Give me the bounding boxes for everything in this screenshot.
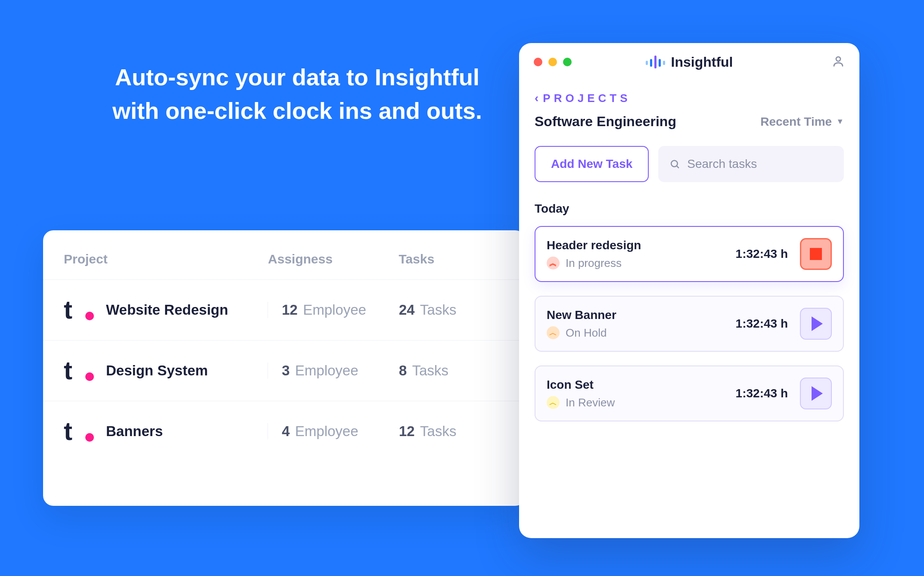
search-field[interactable] [658,146,844,182]
section-label-today: Today [535,202,844,216]
column-header-project: Project [64,252,268,266]
tasks-count: 24 [399,302,415,318]
task-card[interactable]: Header redesign ︽ In progress 1:32:43 h [535,226,844,282]
task-time: 1:32:43 h [736,247,788,261]
account-icon[interactable] [832,55,845,69]
window-controls[interactable] [534,58,572,66]
add-task-button[interactable]: Add New Task [535,146,649,182]
brand-name: Insightful [671,54,733,70]
stop-icon [810,248,822,260]
projects-table-card: Project Assigness Tasks t Website Redesi… [43,230,526,506]
project-name: Banners [106,423,163,440]
chevron-down-icon: ▼ [836,117,844,126]
window-zoom-icon[interactable] [563,58,572,66]
window-close-icon[interactable] [534,58,542,66]
project-row[interactable]: t Banners 4 Employee 12 Tasks [43,401,526,461]
sort-dropdown[interactable]: Recent Time ▼ [760,115,844,129]
play-icon [812,386,823,401]
task-title: New Banner [547,308,727,322]
sort-label: Recent Time [760,115,832,129]
tasks-count: 12 [399,423,415,439]
stop-button[interactable] [800,238,832,270]
project-row[interactable]: t Design System 3 Employee 8 Tasks [43,341,526,401]
play-button[interactable] [800,308,832,340]
svg-point-1 [671,161,678,167]
svg-line-2 [677,166,679,168]
double-chevron-up-icon: ︽ [547,257,560,269]
app-window: Insightful ‹ PROJECTS Software Engineeri… [519,43,859,538]
window-minimize-icon[interactable] [548,58,557,66]
task-status: On Hold [566,326,607,340]
task-title: Icon Set [547,378,727,392]
task-card[interactable]: New Banner ︿ On Hold 1:32:43 h [535,296,844,352]
svg-point-0 [836,57,840,61]
project-row[interactable]: t Website Redesign 12 Employee 24 Tasks [43,280,526,341]
column-header-assignees: Assigness [268,252,398,266]
chevron-up-icon: ︿ [547,396,560,409]
search-icon [669,158,680,170]
search-input[interactable] [687,157,833,171]
assignees-label: Employee [303,302,366,318]
task-time: 1:32:43 h [736,317,788,331]
play-button[interactable] [800,378,832,409]
tasks-label: Tasks [420,302,456,318]
project-logo-icon: t [64,418,85,444]
task-status: In Review [566,396,615,409]
column-header-tasks: Tasks [398,252,505,266]
project-logo-icon: t [64,358,85,384]
tasks-count: 8 [399,362,407,378]
assignees-count: 3 [282,362,289,378]
task-time: 1:32:43 h [736,387,788,400]
assignees-count: 4 [282,423,289,439]
marketing-headline: Auto-sync your data to Insightful with o… [103,60,491,128]
tasks-label: Tasks [412,362,448,378]
chevron-up-icon: ︿ [547,326,560,339]
window-titlebar: Insightful [519,43,859,81]
chevron-left-icon: ‹ [535,91,538,105]
projects-table-header: Project Assigness Tasks [43,243,526,280]
page-title: Software Engineering [535,114,676,130]
play-icon [812,316,823,331]
tasks-label: Tasks [420,423,456,439]
breadcrumb-back[interactable]: ‹ PROJECTS [535,91,844,105]
task-status: In progress [566,257,622,270]
breadcrumb-label: PROJECTS [543,92,631,105]
assignees-count: 12 [282,302,298,318]
assignees-label: Employee [295,423,358,439]
task-card[interactable]: Icon Set ︿ In Review 1:32:43 h [535,365,844,421]
brand-logo-icon [646,56,665,68]
project-name: Design System [106,362,208,379]
project-logo-icon: t [64,297,85,323]
task-title: Header redesign [547,238,727,252]
assignees-label: Employee [295,362,358,378]
project-name: Website Redesign [106,302,228,318]
